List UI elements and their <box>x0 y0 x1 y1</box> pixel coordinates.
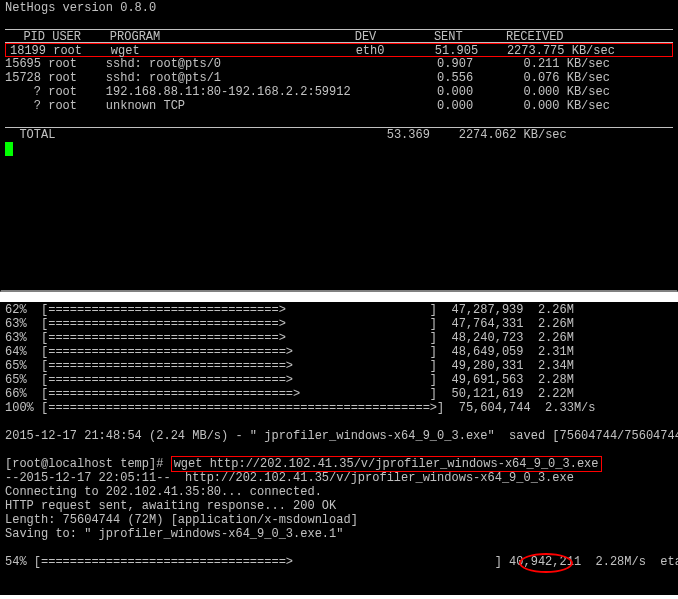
table-row: 15695 root sshd: root@pts/0 0.907 0.211 … <box>1 57 677 71</box>
resp-line: Length: 75604744 (72M) [application/x-ms… <box>1 513 677 527</box>
resp-line: Saving to: " jprofiler_windows-x64_9_0_3… <box>1 527 677 541</box>
cursor-block <box>5 142 13 156</box>
total-row: TOTAL 53.369 2274.062 KB/sec <box>1 128 677 142</box>
progress-line: 63% [================================> ]… <box>1 331 677 345</box>
current-progress: 54% [==================================>… <box>1 555 677 569</box>
resp-line: HTTP request sent, awaiting response... … <box>1 499 677 513</box>
table-header: PID USER PROGRAM DEV SENT RECEIVED <box>5 29 673 43</box>
progress-line: 63% [================================> ]… <box>1 317 677 331</box>
nethogs-title: NetHogs version 0.8.0 <box>1 1 677 15</box>
resp-line: Connecting to 202.102.41.35:80... connec… <box>1 485 677 499</box>
table-row: 18199 root wget eth0 51.905 2273.775 KB/… <box>5 43 673 57</box>
resp-line: --2015-12-17 22:05:11-- http://202.102.4… <box>1 471 677 485</box>
table-row: ? root 192.168.88.11:80-192.168.2.2:5991… <box>1 85 677 99</box>
wget-command: wget http://202.102.41.35/v/jprofiler_wi… <box>171 456 602 472</box>
progress-line: 65% [=================================> … <box>1 359 677 373</box>
table-row: ? root unknown TCP 0.000 0.000 KB/sec <box>1 99 677 113</box>
saved-line: 2015-12-17 21:48:54 (2.24 MB/s) - " jpro… <box>1 429 677 443</box>
nethogs-panel: NetHogs version 0.8.0 PID USER PROGRAM D… <box>0 0 678 292</box>
progress-line: 62% [================================> ]… <box>1 303 677 317</box>
progress-line: 66% [==================================>… <box>1 387 677 401</box>
table-row: 15728 root sshd: root@pts/1 0.556 0.076 … <box>1 71 677 85</box>
col-pid: PID USER PROGRAM DEV SENT RECEIVED <box>9 30 614 44</box>
wget-panel: 62% [================================> ]… <box>0 302 678 595</box>
progress-line: 65% [=================================> … <box>1 373 677 387</box>
progress-line: 64% [=================================> … <box>1 345 677 359</box>
progress-line: 100% [==================================… <box>1 401 677 415</box>
prompt-line[interactable]: [root@localhost temp]# wget http://202.1… <box>1 457 677 471</box>
